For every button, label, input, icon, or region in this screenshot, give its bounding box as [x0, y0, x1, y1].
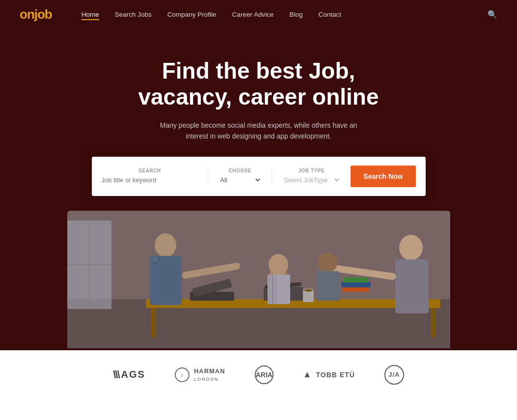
- logo-text-start: on: [20, 7, 34, 22]
- logo[interactable]: onjob: [20, 7, 52, 22]
- hero-section: Find the best Job, vacancy, career onlin…: [0, 28, 517, 350]
- search-field: SEARCH: [102, 168, 209, 184]
- hero-heading-line2: vacancy, career online: [138, 84, 379, 110]
- nav-item-company-profile[interactable]: Company Profile: [167, 10, 217, 19]
- logo-text-highlight: job: [34, 7, 52, 22]
- nav-menu: Home Search Jobs Company Profile Career …: [82, 10, 341, 19]
- choose-label: CHOOSE: [218, 168, 262, 173]
- nav-item-career-advice[interactable]: Career Advice: [232, 10, 274, 19]
- search-icon[interactable]: 🔍: [488, 10, 497, 19]
- hero-image: [67, 211, 450, 350]
- choose-select[interactable]: All Full Time Part Time Freelance: [218, 176, 262, 184]
- logos-strip: \\\ AGS ♪ HARMANLONDON ARIA ▲ TOBB ETÜ J…: [0, 350, 517, 399]
- nav-item-contact[interactable]: Contact: [318, 10, 341, 19]
- jobtype-select[interactable]: Select JobType Remote On-site Hybrid: [282, 176, 341, 184]
- navbar: onjob Home Search Jobs Company Profile C…: [0, 0, 517, 28]
- search-label: SEARCH: [102, 168, 198, 173]
- search-now-button[interactable]: Search Now: [351, 166, 415, 187]
- hero-heading: Find the best Job, vacancy, career onlin…: [87, 58, 431, 110]
- hero-illustration: [67, 211, 450, 348]
- nav-item-home[interactable]: Home: [82, 10, 99, 19]
- logo-harman: ♪ HARMANLONDON: [175, 367, 225, 382]
- nav-item-blog[interactable]: Blog: [289, 10, 302, 19]
- nav-item-search-jobs[interactable]: Search Jobs: [115, 10, 152, 19]
- svg-rect-35: [67, 211, 450, 348]
- search-input[interactable]: [102, 176, 198, 184]
- jobtype-field: JOB TYPE Select JobType Remote On-site H…: [272, 168, 351, 184]
- jobtype-label: JOB TYPE: [282, 168, 341, 173]
- logo-tobb-etu: ▲ TOBB ETÜ: [303, 369, 355, 380]
- logo-ags: \\\ AGS: [113, 368, 145, 381]
- category-section: Choose career Search by category ‹ ›: [0, 399, 517, 420]
- logo-aria: ARIA: [255, 365, 273, 384]
- logo-ja: J/A: [384, 365, 404, 385]
- hero-heading-line1: Find the best Job,: [162, 58, 355, 84]
- search-box: SEARCH CHOOSE All Full Time Part Time Fr…: [92, 157, 426, 196]
- choose-field: CHOOSE All Full Time Part Time Freelance: [208, 168, 272, 184]
- hero-subtext: Many people become social media experts,…: [156, 120, 362, 142]
